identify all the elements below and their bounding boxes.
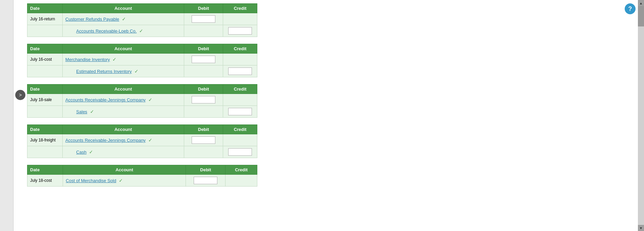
date-cell: July 16-return xyxy=(27,13,63,25)
debit-cell xyxy=(184,25,223,37)
credit-cell[interactable] xyxy=(223,65,257,77)
nav-arrow[interactable]: > xyxy=(15,90,25,100)
debit-cell xyxy=(184,65,223,77)
account-link[interactable]: Estimated Returns Inventory xyxy=(76,69,132,74)
credit-input[interactable] xyxy=(228,68,252,75)
scroll-up-button[interactable]: ▲ xyxy=(638,0,644,6)
date-cell xyxy=(27,106,63,118)
table-row: Sales ✓ xyxy=(27,106,257,118)
header-date: Date xyxy=(27,44,63,54)
account-link[interactable]: Accounts Receivable-Loeb Co. xyxy=(76,28,137,34)
header-debit: Debit xyxy=(184,84,223,94)
help-button[interactable]: ? xyxy=(625,3,636,14)
credit-cell xyxy=(226,175,257,187)
account-cell: Customer Refunds Payable ✓ xyxy=(63,13,184,25)
account-link[interactable]: Accounts Receivable-Jennings Company xyxy=(65,138,146,143)
debit-cell[interactable] xyxy=(184,13,223,25)
date-cell: July 18-sale xyxy=(27,94,63,106)
credit-cell xyxy=(223,94,257,106)
debit-cell xyxy=(184,146,223,158)
journal-table-2: DateAccountDebitCreditJuly 18-saleAccoun… xyxy=(27,84,257,118)
date-cell: July 16-cost xyxy=(27,54,63,65)
account-cell: Sales ✓ xyxy=(63,106,184,118)
account-link[interactable]: Cost of Merchandise Sold xyxy=(66,178,116,183)
checkmark-icon: ✓ xyxy=(89,109,94,114)
credit-input[interactable] xyxy=(228,148,252,156)
credit-cell[interactable] xyxy=(223,106,257,118)
credit-cell xyxy=(223,54,257,65)
scroll-down-button[interactable]: ▼ xyxy=(638,225,644,231)
account-link[interactable]: Customer Refunds Payable xyxy=(65,17,119,22)
account-link[interactable]: Cash xyxy=(76,150,86,155)
table-row: July 18-freightAccounts Receivable-Jenni… xyxy=(27,134,257,146)
account-cell: Estimated Returns Inventory ✓ xyxy=(63,65,184,77)
account-cell: Merchandise Inventory ✓ xyxy=(63,54,184,65)
debit-input[interactable] xyxy=(192,96,215,103)
debit-cell[interactable] xyxy=(184,94,223,106)
account-cell: Cost of Merchandise Sold ✓ xyxy=(63,175,186,187)
credit-cell xyxy=(223,134,257,146)
checkmark-icon: ✓ xyxy=(117,178,123,183)
account-cell: Accounts Receivable-Jennings Company ✓ xyxy=(63,134,184,146)
header-date: Date xyxy=(27,125,63,134)
account-link[interactable]: Accounts Receivable-Jennings Company xyxy=(65,97,146,102)
header-debit: Debit xyxy=(184,125,223,134)
checkmark-icon: ✓ xyxy=(133,69,138,74)
header-date: Date xyxy=(27,4,63,13)
checkmark-icon: ✓ xyxy=(147,137,152,143)
header-credit: Credit xyxy=(223,44,257,54)
header-account: Account xyxy=(63,4,184,13)
credit-input[interactable] xyxy=(228,108,252,115)
header-credit: Credit xyxy=(226,165,257,175)
table-row: July 16-costMerchandise Inventory ✓ xyxy=(27,54,257,65)
header-credit: Credit xyxy=(223,84,257,94)
table-row: July 18-saleAccounts Receivable-Jennings… xyxy=(27,94,257,106)
header-debit: Debit xyxy=(184,44,223,54)
debit-cell[interactable] xyxy=(184,134,223,146)
checkmark-icon: ✓ xyxy=(147,97,152,102)
date-cell xyxy=(27,146,63,158)
header-account: Account xyxy=(63,165,186,175)
account-cell: Accounts Receivable-Jennings Company ✓ xyxy=(63,94,184,106)
left-sidebar xyxy=(0,0,14,231)
journal-table-3: DateAccountDebitCreditJuly 18-freightAcc… xyxy=(27,124,257,158)
header-debit: Debit xyxy=(184,4,223,13)
checkmark-icon: ✓ xyxy=(111,57,117,62)
date-cell: July 18-cost xyxy=(27,175,63,187)
date-cell xyxy=(27,65,63,77)
account-cell: Cash ✓ xyxy=(63,146,184,158)
journal-table-4: DateAccountDebitCreditJuly 18-costCost o… xyxy=(27,165,257,187)
table-row: Estimated Returns Inventory ✓ xyxy=(27,65,257,77)
table-row: July 16-returnCustomer Refunds Payable ✓ xyxy=(27,13,257,25)
checkmark-icon: ✓ xyxy=(138,28,144,34)
date-cell: July 18-freight xyxy=(27,134,63,146)
header-date: Date xyxy=(27,165,63,175)
debit-cell[interactable] xyxy=(184,54,223,65)
checkmark-icon: ✓ xyxy=(88,149,93,155)
account-link[interactable]: Sales xyxy=(76,109,87,114)
header-account: Account xyxy=(63,125,184,134)
header-account: Account xyxy=(63,84,184,94)
table-row: Accounts Receivable-Loeb Co. ✓ xyxy=(27,25,257,37)
credit-cell[interactable] xyxy=(223,146,257,158)
journal-table-1: DateAccountDebitCreditJuly 16-costMercha… xyxy=(27,44,257,77)
credit-input[interactable] xyxy=(228,27,252,35)
header-debit: Debit xyxy=(186,165,226,175)
credit-cell[interactable] xyxy=(223,25,257,37)
debit-input[interactable] xyxy=(192,136,215,144)
debit-input[interactable] xyxy=(192,15,215,23)
debit-input[interactable] xyxy=(192,56,215,63)
credit-cell xyxy=(223,13,257,25)
main-wrapper: > DateAccountDebitCreditJuly 16-returnCu… xyxy=(20,3,631,187)
account-link[interactable]: Merchandise Inventory xyxy=(65,57,110,62)
debit-cell xyxy=(184,106,223,118)
header-credit: Credit xyxy=(223,125,257,134)
tables-container: DateAccountDebitCreditJuly 16-returnCust… xyxy=(27,3,631,187)
header-credit: Credit xyxy=(223,4,257,13)
debit-cell[interactable] xyxy=(186,175,226,187)
scroll-track xyxy=(638,6,644,225)
checkmark-icon: ✓ xyxy=(121,16,126,22)
scroll-thumb[interactable] xyxy=(638,6,644,26)
header-date: Date xyxy=(27,84,63,94)
debit-input[interactable] xyxy=(194,177,217,184)
